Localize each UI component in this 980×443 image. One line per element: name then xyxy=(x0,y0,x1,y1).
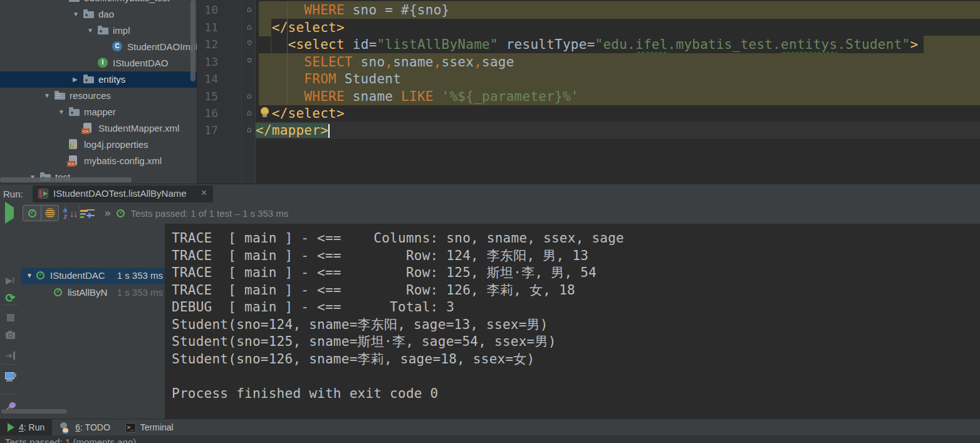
console-line: DEBUG [ main ] - <== Total: 3 xyxy=(165,299,980,316)
project-tree-item-studentmapper-xml[interactable]: StudentMapper.xml xyxy=(0,120,197,137)
code-token xyxy=(256,106,272,121)
collapse-arrow-icon[interactable]: ▼ xyxy=(26,272,33,279)
exit-icon[interactable]: ➔ xyxy=(0,348,21,362)
sort-alphabetically-button[interactable]: ↓az xyxy=(65,207,70,219)
collapse-arrow-icon[interactable]: ▼ xyxy=(58,0,65,1)
project-tree-item-mapper[interactable]: ▼mapper xyxy=(0,104,197,120)
run-panel-label: Run: xyxy=(3,189,23,199)
code-token: sno = #{sno} xyxy=(345,3,450,18)
indent-guide xyxy=(271,19,271,105)
editor-line-17[interactable]: 17⌂</mapper> xyxy=(197,122,980,139)
show-ignored-icon xyxy=(45,208,55,218)
run-configuration-tab[interactable]: IStudentDAOTest.listAllByName × xyxy=(33,185,213,202)
console-line: Student(sno=124, sname=李东阳, sage=13, sse… xyxy=(165,316,980,334)
run-tool-window-icon xyxy=(8,423,14,432)
editor-line-14[interactable]: 14 FROM Student xyxy=(197,70,980,88)
tree-item-label: resources xyxy=(70,90,111,101)
test-tree-item-listallbyn[interactable]: listAllByN1 s 353 ms xyxy=(21,284,165,301)
code-token xyxy=(256,20,272,35)
status-bar-text: Tests passed: 1 (moments ago) xyxy=(5,437,136,443)
restore-layout-icon[interactable] xyxy=(0,370,21,383)
editor-line-10[interactable]: 10⌂ WHERE sno = #{sno} xyxy=(197,1,980,19)
run-tool-window: Run: IStudentDAOTest.listAllByName × ↓az… xyxy=(0,184,980,419)
project-tree-item-studentdaoimpl[interactable]: CStudentDAOImpl xyxy=(0,39,197,55)
code-token: sno xyxy=(353,55,385,70)
interface-icon: I xyxy=(98,58,108,68)
fold-marker-icon[interactable]: ⌂ xyxy=(244,91,255,100)
tool-window-run[interactable]: 4: Run xyxy=(0,419,52,436)
project-tree-item-dao[interactable]: ▼dao xyxy=(0,6,197,23)
stop-icon[interactable] xyxy=(0,311,21,325)
show-ignored-toggle[interactable] xyxy=(41,206,58,221)
code-text: </mapper> xyxy=(256,122,330,139)
thread-dump-camera-icon[interactable] xyxy=(0,328,21,342)
project-tree-item-resources[interactable]: ▼resources xyxy=(0,88,197,104)
indent-guide xyxy=(287,1,288,105)
editor-line-11[interactable]: 11⌂ </select> xyxy=(197,19,980,36)
project-horizontal-scrollbar[interactable] xyxy=(0,177,132,182)
text-caret xyxy=(328,124,330,138)
status-bar: Tests passed: 1 (moments ago) xyxy=(0,435,980,443)
rerun-button[interactable] xyxy=(0,207,14,219)
code-token xyxy=(256,3,304,18)
code-text: SELECT sno,sname,ssex,sage xyxy=(256,53,514,71)
editor-line-13[interactable]: 13⌂ SELECT sno,sname,ssex,sage xyxy=(197,53,980,71)
show-passed-toggle[interactable] xyxy=(23,206,41,221)
collapse-arrow-icon[interactable]: ▼ xyxy=(44,92,50,99)
test-duration: 1 s 353 ms xyxy=(117,270,163,281)
rerun-failed-tests-icon[interactable]: ▶! xyxy=(0,273,21,287)
code-text: WHERE sno = #{sno} xyxy=(256,1,449,19)
code-token: .Student" xyxy=(837,37,910,52)
folder-icon xyxy=(83,76,94,83)
code-token: entitys xyxy=(781,37,837,52)
code-token: ifel xyxy=(635,37,668,52)
fold-marker-icon[interactable]: ⌂ xyxy=(244,4,255,14)
code-token: , xyxy=(434,55,442,70)
editor-line-15[interactable]: 15⌂ WHERE sname LIKE '%${_parameter}%' xyxy=(197,88,980,105)
project-vertical-scrollbar[interactable] xyxy=(190,0,195,81)
code-text: </select> xyxy=(256,105,345,122)
project-tree-item-entitys[interactable]: ▶entitys xyxy=(0,71,197,88)
fold-marker-icon[interactable]: ⌂ xyxy=(244,39,255,48)
test-runner-toolbar: ↓az↓▲▼»Tests passed: 1 of 1 test – 1 s 3… xyxy=(0,202,980,224)
close-tab-icon[interactable]: × xyxy=(201,187,207,199)
code-token xyxy=(256,37,288,52)
run-console-output[interactable]: TRACE [ main ] - <== Columns: sno, sname… xyxy=(165,224,980,419)
tool-window-label: 6: TODO xyxy=(75,422,110,432)
code-token: > xyxy=(910,37,918,52)
test-tree-item-istudentdac[interactable]: ▼IStudentDAC1 s 353 ms xyxy=(21,268,165,284)
editor-line-16[interactable]: 16⌂ </select> xyxy=(197,105,980,122)
project-tree-item-istudentdao[interactable]: IIStudentDAO xyxy=(0,55,197,71)
project-tree-item-log4j-properties[interactable]: log4j.properties xyxy=(0,137,197,153)
collapse-arrow-icon[interactable]: ▼ xyxy=(73,11,79,18)
fold-marker-icon[interactable]: ⌂ xyxy=(244,56,255,66)
code-token: </select> xyxy=(272,106,345,121)
code-token: Student xyxy=(336,71,401,86)
fold-marker-icon[interactable]: ⌂ xyxy=(244,22,255,31)
collapse-arrow-icon[interactable]: ▼ xyxy=(58,108,65,115)
folder-icon xyxy=(98,28,108,34)
editor-pane[interactable]: 10⌂ WHERE sno = #{sno}11⌂ </select>12⌂ <… xyxy=(197,0,980,184)
rerun-button-icon xyxy=(5,202,14,224)
console-line: Student(sno=125, sname=斯坦·李, sage=54, ss… xyxy=(165,333,980,351)
class-icon: C xyxy=(112,41,122,51)
code-token: </mapper> xyxy=(256,123,328,138)
test-passed-icon xyxy=(54,288,62,296)
project-tree-item-impl[interactable]: ▼impl xyxy=(0,23,197,39)
toolbar-separator xyxy=(3,394,18,395)
rerun-tests-icon[interactable]: ⟳ xyxy=(0,291,21,305)
code-token: WHERE xyxy=(304,3,344,18)
project-tree-item-mybatis-config-xml[interactable]: mybatis-config.xml xyxy=(0,153,197,169)
collapse-arrow-icon[interactable]: ▼ xyxy=(87,27,93,34)
fold-marker-icon[interactable]: ⌂ xyxy=(244,108,255,117)
line-number: 14 xyxy=(197,72,218,85)
tool-window-terminal[interactable]: >_Terminal xyxy=(118,419,181,436)
project-tree-item-edu-ifel-mybatis-test[interactable]: ▼edu.ifel.mybatis_test xyxy=(0,0,197,6)
tool-window-todo[interactable]: 6: TODO xyxy=(52,419,118,436)
code-token: , xyxy=(474,55,482,70)
console-line: TRACE [ main ] - <== Columns: sno, sname… xyxy=(165,230,980,248)
test-tree-horizontal-scrollbar[interactable] xyxy=(1,409,67,414)
expand-arrow-icon[interactable]: ▶ xyxy=(73,76,78,83)
editor-line-12[interactable]: 12⌂ <select id="listAllByName" resultTyp… xyxy=(197,36,980,53)
fold-marker-icon[interactable]: ⌂ xyxy=(244,125,255,134)
